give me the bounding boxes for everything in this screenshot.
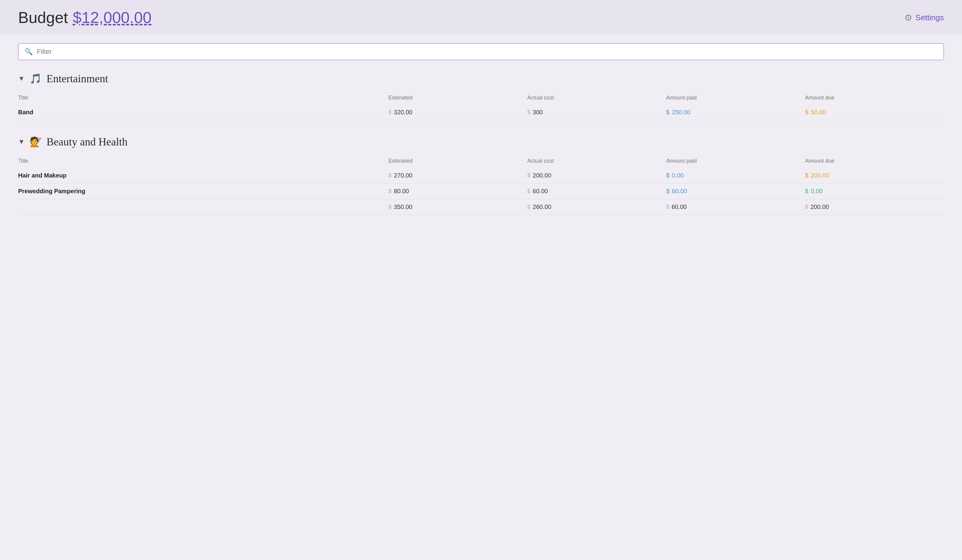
- dollar-sign: $: [666, 172, 669, 179]
- dollar-sign: $: [666, 109, 669, 116]
- dollar-sign: $: [527, 109, 530, 116]
- col-actual-cost: Actual cost: [527, 155, 666, 168]
- col-amount-due: Amount due: [805, 155, 944, 168]
- col-title: Title: [18, 92, 389, 105]
- estimated-value: 320.00: [394, 109, 412, 116]
- due-value: 50.00: [811, 109, 826, 116]
- search-icon: 🔍: [24, 48, 33, 56]
- entertainment-section-header: ▼ 🎵 Entertainment: [18, 72, 944, 85]
- col-estimated: Estimated: [389, 92, 527, 105]
- dollar-sign: $: [666, 188, 669, 195]
- col-actual-cost: Actual cost: [527, 92, 666, 105]
- estimated-value: 270.00: [394, 172, 412, 179]
- beauty-health-section-header: ▼ 💇 Beauty and Health: [18, 136, 944, 148]
- budget-label: Budget: [18, 8, 68, 27]
- dollar-sign: $: [805, 172, 809, 179]
- paid-value: 250.00: [672, 109, 691, 116]
- beauty-health-icon: 💇: [30, 136, 42, 148]
- gear-icon: ⚙: [904, 12, 912, 23]
- dollar-sign: $: [805, 109, 809, 116]
- col-amount-paid: Amount paid: [666, 92, 805, 105]
- col-amount-due: Amount due: [805, 92, 944, 105]
- row-title: Band: [18, 105, 389, 120]
- dollar-sign: $: [527, 173, 530, 179]
- due-value: 0.00: [811, 188, 823, 195]
- total-due-value: 200.00: [810, 203, 829, 210]
- row-actual-cost: $ 200.00: [527, 168, 666, 184]
- row-amount-paid: $ 60.00: [666, 184, 805, 199]
- total-estimated-value: 350.00: [394, 203, 412, 210]
- totals-row: $ 350.00 $ 260.00 $ 60.00: [18, 199, 944, 215]
- totals-due: $ 200.00: [805, 199, 944, 215]
- dollar-sign: $: [805, 204, 808, 210]
- row-title: Prewedding Pampering: [18, 184, 389, 199]
- table-row: Band $ 320.00 $ 300: [18, 105, 944, 120]
- entertainment-section: ▼ 🎵 Entertainment Title Estimated Actual…: [18, 72, 944, 120]
- dollar-sign: $: [666, 204, 669, 210]
- actual-value: 60.00: [533, 188, 548, 195]
- estimated-value: 80.00: [394, 188, 409, 195]
- beauty-health-title: Beauty and Health: [47, 136, 128, 148]
- row-estimated: $ 320.00: [389, 105, 527, 120]
- beauty-health-table: Title Estimated Actual cost Amount paid …: [18, 155, 944, 215]
- row-actual-cost: $ 300: [527, 105, 666, 120]
- entertainment-table: Title Estimated Actual cost Amount paid …: [18, 92, 944, 120]
- dollar-sign: $: [389, 109, 392, 116]
- row-estimated: $ 80.00: [389, 184, 527, 199]
- filter-input[interactable]: [37, 48, 938, 56]
- totals-label: [18, 199, 389, 215]
- col-title: Title: [18, 155, 389, 168]
- dollar-sign: $: [389, 173, 392, 179]
- dollar-sign: $: [805, 188, 809, 195]
- dollar-sign: $: [389, 188, 392, 194]
- row-estimated: $ 270.00: [389, 168, 527, 184]
- settings-label: Settings: [915, 13, 944, 23]
- total-paid-value: 60.00: [671, 203, 687, 210]
- page-header: Budget $12,000.00 ⚙ Settings: [0, 0, 962, 34]
- entertainment-title: Entertainment: [47, 72, 108, 85]
- dollar-sign: $: [389, 204, 392, 210]
- budget-amount[interactable]: $12,000.00: [73, 8, 152, 27]
- totals-actual: $ 260.00: [527, 199, 666, 215]
- row-amount-due: $ 50.00: [805, 105, 944, 120]
- row-title: Hair and Makeup: [18, 168, 389, 184]
- dollar-sign: $: [527, 188, 530, 194]
- actual-value: 300: [533, 109, 543, 116]
- table-row: Prewedding Pampering $ 80.00 $ 60.00: [18, 184, 944, 199]
- col-estimated: Estimated: [389, 155, 527, 168]
- table-row: Hair and Makeup $ 270.00 $ 200.00: [18, 168, 944, 184]
- chevron-down-icon[interactable]: ▼: [18, 138, 25, 146]
- paid-value: 0.00: [672, 172, 684, 179]
- row-amount-paid: $ 0.00: [666, 168, 805, 184]
- total-actual-value: 260.00: [533, 203, 551, 210]
- totals-estimated: $ 350.00: [389, 199, 527, 215]
- actual-value: 200.00: [533, 172, 551, 179]
- totals-paid: $ 60.00: [666, 199, 805, 215]
- paid-value: 60.00: [672, 188, 687, 195]
- row-amount-due: $ 0.00: [805, 184, 944, 199]
- row-amount-paid: $ 250.00: [666, 105, 805, 120]
- chevron-down-icon[interactable]: ▼: [18, 75, 25, 82]
- due-value: 200.00: [811, 172, 829, 179]
- main-content: 🔍 ▼ 🎵 Entertainment Title Estimated Actu…: [0, 34, 962, 239]
- col-amount-paid: Amount paid: [666, 155, 805, 168]
- budget-title: Budget $12,000.00: [18, 8, 152, 27]
- filter-input-wrapper: 🔍: [18, 43, 944, 60]
- dollar-sign: $: [527, 204, 530, 210]
- filter-bar: 🔍: [18, 43, 944, 60]
- row-actual-cost: $ 60.00: [527, 184, 666, 199]
- beauty-health-section: ▼ 💇 Beauty and Health Title Estimated Ac…: [18, 136, 944, 215]
- settings-button[interactable]: ⚙ Settings: [904, 12, 944, 23]
- entertainment-icon: 🎵: [30, 73, 42, 84]
- row-amount-due: $ 200.00: [805, 168, 944, 184]
